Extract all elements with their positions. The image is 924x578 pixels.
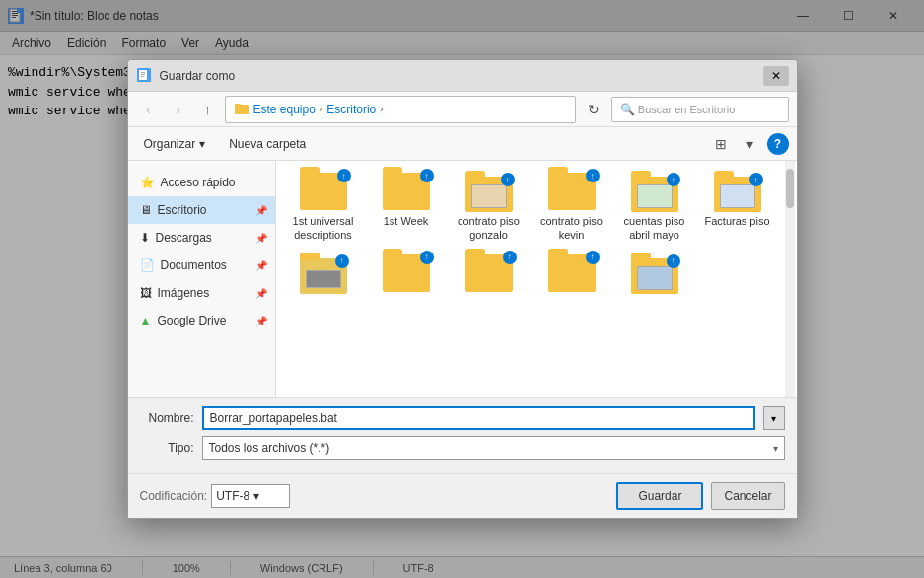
drive-icon: ▲ [140, 314, 152, 327]
save-dialog: Guardar como ✕ ‹ › ↑ Este equipo › Escri… [127, 59, 798, 519]
filename-dropdown-button[interactable]: ▾ [763, 406, 785, 430]
nav-forward-button[interactable]: › [166, 97, 191, 122]
folder-badge-icon: ↑ [667, 254, 680, 268]
list-item[interactable]: ↑ cuentas piso abril mayo [615, 169, 694, 247]
folder-img-overlay [471, 184, 507, 208]
list-item[interactable] [450, 251, 529, 300]
encoding-arrow-icon: ▾ [253, 489, 259, 503]
help-button[interactable]: ? [767, 133, 789, 155]
folder-breadcrumb-icon [234, 102, 249, 117]
sidebar-item-acceso-rapido[interactable]: ⭐ Acceso rápido [128, 169, 275, 196]
list-item[interactable]: ↑ [615, 251, 694, 300]
nav-refresh-button[interactable]: ↻ [580, 96, 607, 123]
documents-icon: 📄 [140, 258, 155, 272]
list-item[interactable]: contrato piso kevin [533, 169, 611, 247]
star-icon: ⭐ [140, 176, 155, 189]
scroll-thumb[interactable] [786, 169, 794, 208]
svg-rect-8 [141, 72, 145, 73]
list-item[interactable] [533, 251, 611, 300]
toolbar-right: ⊞ ▾ ? [708, 131, 789, 157]
encoding-section: Codificación: UTF-8 ▾ [140, 484, 609, 508]
folder-badge-icon: ↑ [335, 254, 349, 268]
organize-button[interactable]: Organizar ▾ [136, 132, 214, 156]
type-dropdown-arrow-icon: ▾ [773, 443, 778, 454]
type-label: Tipo: [140, 441, 194, 455]
svg-rect-9 [141, 74, 145, 75]
file-type-value: Todos los archivos (*.*) [209, 441, 330, 455]
folder-badge-icon [420, 251, 434, 264]
new-folder-label: Nueva carpeta [229, 137, 306, 151]
dialog-icon [136, 67, 154, 85]
images-icon: 🖼 [140, 286, 152, 300]
organize-arrow-icon: ▾ [199, 137, 205, 151]
dialog-form: Nombre: ▾ Tipo: Todos los archivos (*.*)… [128, 397, 797, 473]
list-item[interactable]: ↑ contrato piso gonzalo [450, 169, 529, 247]
new-folder-button[interactable]: Nueva carpeta [221, 132, 314, 156]
view-toggle-button[interactable]: ⊞ [708, 131, 734, 157]
search-icon: 🔍 [620, 103, 635, 116]
sidebar-item-imagenes[interactable]: 🖼 Imágenes 📌 [128, 279, 275, 307]
sidebar-item-escritorio[interactable]: 🖥 Escritorio 📌 [128, 196, 275, 224]
encoding-value: UTF-8 [216, 489, 249, 503]
file-label: Facturas piso [704, 214, 769, 228]
folder-img-overlay [637, 266, 673, 290]
sidebar-item-documentos[interactable]: 📄 Documentos 📌 [128, 252, 275, 279]
nav-up-button[interactable]: ↑ [195, 97, 221, 122]
type-row: Tipo: Todos los archivos (*.*) ▾ [140, 436, 785, 460]
save-button[interactable]: Guardar [616, 482, 703, 510]
file-label: contrato piso kevin [536, 214, 607, 243]
list-item[interactable]: 1st Week [367, 169, 446, 247]
folder-badge-icon: ↑ [501, 173, 515, 186]
dialog-toolbar: Organizar ▾ Nueva carpeta ⊞ ▾ ? [128, 127, 797, 161]
dialog-title-bar: Guardar como ✕ [128, 60, 797, 92]
file-label: 1st universal descriptions [288, 214, 359, 243]
dialog-footer: Codificación: UTF-8 ▾ Guardar Cancelar [128, 473, 797, 518]
filename-input[interactable] [202, 406, 755, 430]
encoding-select[interactable]: UTF-8 ▾ [211, 484, 290, 508]
file-label: contrato piso gonzalo [454, 214, 525, 243]
file-type-select[interactable]: Todos los archivos (*.*) ▾ [202, 436, 785, 460]
files-grid: 1st universal descriptions 1st Week [284, 169, 789, 300]
cancel-button[interactable]: Cancelar [711, 482, 784, 510]
folder-badge-icon: ↑ [749, 173, 763, 186]
scrollbar[interactable] [785, 161, 795, 397]
pin-icon-3: 📌 [255, 260, 267, 271]
sidebar-item-google-drive[interactable]: ▲ Google Drive 📌 [128, 307, 275, 334]
breadcrumb-arrow-1: › [320, 104, 322, 114]
folder-img-overlay [306, 270, 341, 288]
encoding-label: Codificación: [140, 489, 208, 503]
sidebar-item-descargas[interactable]: ⬇ Descargas 📌 [128, 224, 275, 252]
files-panel: 1st universal descriptions 1st Week [276, 161, 797, 397]
folder-badge-icon [503, 251, 517, 264]
desktop-icon: 🖥 [140, 203, 152, 217]
list-item[interactable]: ↑ [284, 251, 363, 300]
breadcrumb-arrow-2: › [380, 104, 383, 114]
sidebar-panel: ⭐ Acceso rápido 🖥 Escritorio 📌 ⬇ Descarg… [128, 161, 276, 397]
name-label: Nombre: [140, 411, 194, 425]
folder-badge-icon [337, 169, 351, 182]
breadcrumb-desktop[interactable]: Escritorio [326, 103, 376, 116]
breadcrumb-bar: Este equipo › Escritorio › [225, 96, 576, 123]
list-item[interactable]: ↑ Facturas piso [698, 169, 777, 247]
folder-badge-icon [586, 251, 600, 264]
dialog-close-button[interactable]: ✕ [763, 66, 789, 86]
breadcrumb-computer[interactable]: Este equipo [253, 103, 316, 116]
folder-img-overlay [637, 184, 673, 208]
folder-badge-icon: ↑ [667, 173, 680, 186]
pin-icon: 📌 [255, 205, 267, 216]
pin-icon-5: 📌 [255, 316, 267, 326]
search-box[interactable]: 🔍 Buscar en Escritorio [611, 97, 789, 122]
search-placeholder: Buscar en Escritorio [638, 104, 735, 115]
folder-img-overlay [720, 184, 755, 208]
download-icon: ⬇ [140, 231, 150, 245]
pin-icon-2: 📌 [255, 233, 267, 244]
pin-icon-4: 📌 [255, 288, 267, 299]
list-item[interactable]: 1st universal descriptions [284, 169, 363, 247]
nav-back-button[interactable]: ‹ [136, 97, 162, 122]
view-dropdown-button[interactable]: ▾ [738, 131, 763, 157]
dialog-title: Guardar como [160, 69, 763, 83]
organize-label: Organizar [144, 137, 196, 151]
list-item[interactable] [367, 251, 446, 300]
dialog-body: ⭐ Acceso rápido 🖥 Escritorio 📌 ⬇ Descarg… [128, 161, 797, 397]
dialog-nav: ‹ › ↑ Este equipo › Escritorio › ↻ 🔍 Bus… [128, 92, 797, 127]
